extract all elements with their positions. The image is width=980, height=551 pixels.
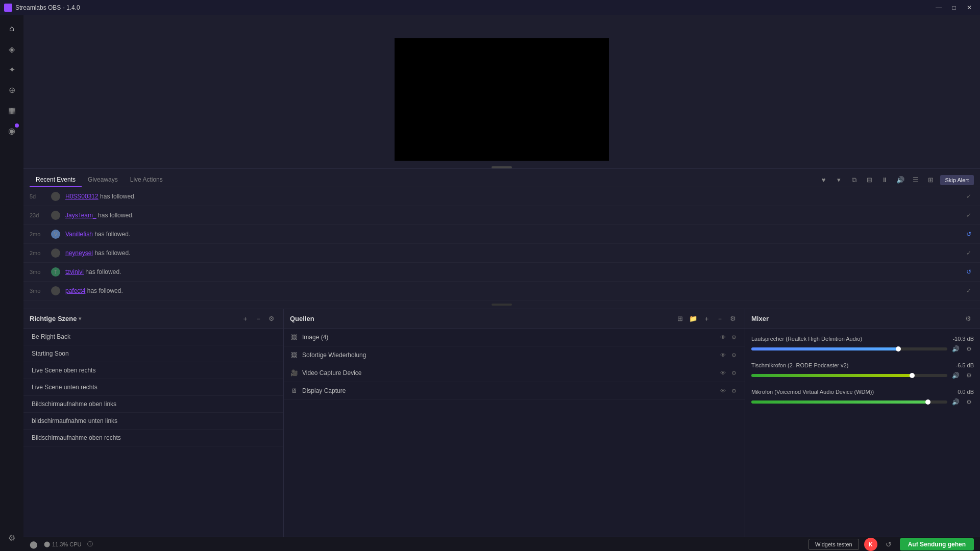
- filter-type-button[interactable]: ♥: [818, 174, 830, 186]
- sidebar-item-themes[interactable]: ◈: [3, 40, 21, 58]
- scene-item[interactable]: Be Right Back: [23, 329, 283, 345]
- add-source-button[interactable]: ＋: [701, 313, 712, 324]
- sources-add-folder-button[interactable]: 📁: [688, 313, 699, 324]
- mixer-slider[interactable]: [751, 400, 947, 404]
- source-visibility-button[interactable]: 👁: [718, 350, 727, 360]
- event-action-replay[interactable]: ↺: [964, 229, 974, 239]
- event-action-check[interactable]: ✓: [964, 286, 974, 296]
- mixer-settings-item-button[interactable]: ⚙: [964, 370, 974, 381]
- source-name[interactable]: Display Capture: [302, 387, 714, 394]
- remove-scene-button[interactable]: －: [253, 313, 264, 324]
- remove-source-button[interactable]: －: [714, 313, 725, 324]
- sidebar-item-store[interactable]: ⊕: [3, 81, 21, 99]
- add-scene-button[interactable]: ＋: [239, 313, 251, 324]
- sidebar-item-notification[interactable]: ◉: [3, 121, 21, 140]
- mixer-settings-item-button[interactable]: ⚙: [964, 397, 974, 407]
- source-name[interactable]: Image (4): [302, 334, 714, 341]
- event-username[interactable]: tzvinivi: [65, 268, 84, 276]
- tab-live-actions[interactable]: Live Actions: [124, 173, 169, 187]
- event-username[interactable]: H0SS00312: [65, 193, 99, 200]
- info-status[interactable]: ⓘ: [87, 540, 93, 548]
- panel-resizer[interactable]: [492, 304, 512, 306]
- event-action-check[interactable]: ✓: [964, 248, 974, 258]
- source-settings-btn[interactable]: ⚙: [729, 368, 739, 378]
- scenes-dropdown-icon[interactable]: ▾: [79, 316, 81, 321]
- mixer-volume-button[interactable]: 🔊: [950, 344, 961, 354]
- source-settings-btn[interactable]: ⚙: [729, 333, 739, 342]
- close-button[interactable]: ✕: [963, 3, 976, 13]
- event-username[interactable]: Vanillefish: [65, 231, 93, 238]
- mixer-volume-button[interactable]: 🔊: [950, 370, 961, 381]
- refresh-button[interactable]: ↺: [883, 538, 895, 550]
- list-view-button[interactable]: ☰: [910, 174, 922, 186]
- event-username[interactable]: pafect4: [65, 287, 85, 294]
- titlebar-controls[interactable]: — □ ✕: [932, 3, 976, 13]
- mixer-slider-fill: [751, 374, 912, 377]
- grid-view-button[interactable]: ⊞: [925, 174, 937, 186]
- events-list: 5d H0SS00312 has followed. ✓ 23d JaysTea…: [23, 187, 980, 300]
- event-action-replay[interactable]: ↺: [964, 267, 974, 277]
- event-row: 2mo V Vanillefish has followed. ↺: [23, 225, 980, 244]
- mixer-item-header: Mikrofon (Voicemod Virtual Audio Device …: [751, 389, 974, 395]
- scene-item[interactable]: bildschirmaufnahme unten links: [23, 413, 283, 430]
- scene-item[interactable]: Starting Soon: [23, 345, 283, 362]
- sidebar-item-stats[interactable]: ▦: [3, 101, 21, 119]
- scenes-title-text: Richtige Szene: [30, 315, 77, 322]
- tab-recent-events[interactable]: Recent Events: [30, 173, 82, 187]
- sidebar-item-home[interactable]: ⌂: [3, 19, 21, 38]
- scene-item[interactable]: Live Scene oben rechts: [23, 362, 283, 379]
- video-icon: 🎥: [290, 369, 298, 377]
- audio-button[interactable]: 🔊: [894, 174, 906, 186]
- sources-add-alt-button[interactable]: ⊞: [674, 313, 685, 324]
- source-name[interactable]: Sofortige Wiederholung: [302, 352, 714, 359]
- source-name[interactable]: Video Capture Device: [302, 369, 714, 377]
- scene-item[interactable]: Bildschirmaufnahme oben rechts: [23, 430, 283, 446]
- mixer-slider-thumb: [896, 346, 901, 352]
- mixer-slider-thumb: [910, 373, 915, 378]
- skip-alert-button[interactable]: Skip Alert: [940, 175, 974, 185]
- source-visibility-button[interactable]: 👁: [718, 386, 727, 395]
- user-avatar[interactable]: K: [864, 538, 877, 551]
- mixer-title: Mixer: [751, 315, 769, 322]
- scene-item[interactable]: Live Scene unten rechts: [23, 379, 283, 396]
- event-username[interactable]: JaysTeam_: [65, 212, 96, 219]
- mixer-settings-button[interactable]: ⚙: [963, 313, 974, 324]
- source-settings-btn[interactable]: ⚙: [729, 350, 739, 360]
- sidebar-item-settings[interactable]: ⚙: [3, 529, 21, 547]
- test-widgets-button[interactable]: Widgets testen: [808, 539, 859, 550]
- bottom-panels: Richtige Szene ▾ ＋ － ⚙ Be Right Back Sta…: [23, 309, 980, 537]
- source-visibility-button[interactable]: 👁: [718, 333, 727, 342]
- mixer-settings-item-button[interactable]: ⚙: [964, 344, 974, 354]
- minimize-button[interactable]: —: [932, 3, 945, 13]
- scene-item[interactable]: Bildschirmaufnahme oben links: [23, 396, 283, 413]
- filter-dropdown-button[interactable]: ▾: [833, 174, 845, 186]
- maximize-button[interactable]: □: [947, 3, 961, 13]
- copy-button[interactable]: ⧉: [848, 174, 861, 186]
- preview-divider[interactable]: [492, 166, 512, 168]
- sources-panel-header: Quellen ⊞ 📁 ＋ － ⚙: [284, 309, 745, 329]
- event-action-check[interactable]: ✓: [964, 210, 974, 220]
- event-row: 2mo neyneysel has followed. ✓: [23, 244, 980, 263]
- record-icon: ⬤: [30, 540, 38, 548]
- source-settings-button[interactable]: ⚙: [727, 313, 739, 324]
- preview-screen: [395, 38, 609, 161]
- cpu-status: ⬤ 11.3% CPU: [44, 541, 81, 547]
- go-live-button[interactable]: Auf Sendung gehen: [900, 538, 974, 550]
- app-body: ⌂ ◈ ✦ ⊕ ▦ ◉ ⚙ Recent Events Giveaways Li…: [0, 15, 980, 551]
- event-action-check[interactable]: ✓: [964, 191, 974, 202]
- filter-button[interactable]: ⊟: [864, 174, 876, 186]
- mixer-slider[interactable]: [751, 374, 947, 377]
- mixer-slider[interactable]: [751, 347, 947, 350]
- tab-giveaways[interactable]: Giveaways: [82, 173, 124, 187]
- source-settings-btn[interactable]: ⚙: [729, 386, 739, 395]
- pause-button[interactable]: ⏸: [879, 174, 891, 186]
- sidebar-item-alerts[interactable]: ✦: [3, 60, 21, 79]
- mixer-volume-button[interactable]: 🔊: [950, 397, 961, 407]
- events-tabs: Recent Events Giveaways Live Actions: [30, 173, 169, 187]
- scene-settings-button[interactable]: ⚙: [266, 313, 277, 324]
- source-visibility-button[interactable]: 👁: [718, 368, 727, 378]
- event-username[interactable]: neyneysel: [65, 249, 93, 257]
- mixer-panel: Mixer ⚙ Lautsprecher (Realtek High Defin…: [745, 309, 980, 537]
- events-panel: Recent Events Giveaways Live Actions ♥ ▾…: [23, 168, 980, 309]
- sources-title-text: Quellen: [290, 315, 314, 322]
